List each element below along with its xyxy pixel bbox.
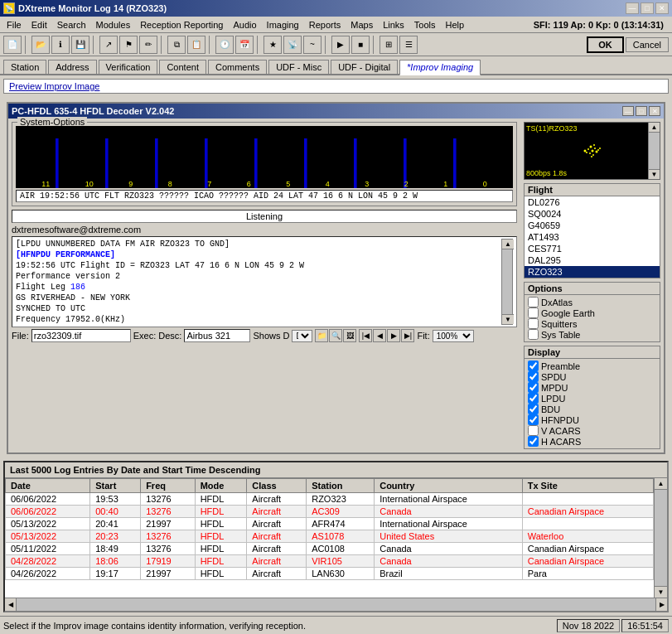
shows-dropdown[interactable]: D [292, 330, 312, 342]
menu-links[interactable]: Links [378, 18, 409, 31]
menu-tools[interactable]: Tools [409, 18, 441, 31]
tb-edit[interactable]: ✏ [139, 36, 157, 54]
tab-verification[interactable]: Verification [99, 60, 158, 74]
disp-lpdu[interactable] [528, 393, 539, 404]
log-hscrollbar[interactable]: ◀ ▶ [5, 598, 667, 611]
ok-button[interactable]: OK [587, 36, 624, 53]
disp-spdu[interactable] [528, 371, 539, 382]
nav-prev[interactable]: ◀ [373, 329, 386, 342]
tab-comments[interactable]: Comments [208, 60, 267, 74]
tb-antenna[interactable]: 📡 [283, 36, 302, 54]
table-row[interactable]: 04/26/2022 19:17 21997 HFDL Aircraft LAN… [6, 568, 654, 580]
table-row[interactable]: 04/28/2022 18:06 17919 HFDL Aircraft VIR… [6, 555, 654, 568]
maximize-button[interactable]: □ [641, 2, 654, 14]
tab-station[interactable]: Station [3, 60, 46, 74]
file-icon-img[interactable]: 🖼 [343, 329, 356, 342]
table-row[interactable]: 06/06/2022 00:40 13276 HFDL Aircraft AC3… [6, 506, 654, 518]
decoder-minimize[interactable]: — [622, 106, 634, 116]
table-row[interactable]: 05/13/2022 20:23 13276 HFDL Aircraft AS1… [6, 530, 654, 543]
col-start: Start [90, 479, 141, 493]
file-icon-folder[interactable]: 📁 [315, 329, 328, 342]
menu-reports[interactable]: Reports [304, 18, 346, 31]
flight-at1493[interactable]: AT1493 [525, 231, 660, 243]
tb-cal[interactable]: 📅 [235, 36, 254, 54]
tb-new[interactable]: 📄 [3, 36, 22, 54]
disp-vacars[interactable] [528, 425, 539, 436]
menu-reception[interactable]: Reception Reporting [135, 18, 228, 31]
tb-open[interactable]: 📂 [31, 36, 50, 54]
thumb-scrollbar[interactable]: ▲ ▼ [648, 123, 660, 179]
thumb-scroll-up[interactable]: ▲ [649, 123, 660, 133]
log-scroll-up[interactable]: ▲ [655, 478, 667, 490]
tb-flag[interactable]: ⚑ [119, 36, 138, 54]
menu-edit[interactable]: Edit [27, 18, 52, 31]
tab-improv-imaging[interactable]: *Improv Imaging [399, 60, 481, 75]
flight-sq0024[interactable]: SQ0024 [525, 208, 660, 220]
close-button[interactable]: ✕ [655, 2, 669, 14]
cancel-button[interactable]: Cancel [626, 37, 669, 52]
tab-udf-digital[interactable]: UDF - Digital [331, 60, 398, 74]
file-icon-zoom[interactable]: 🔍 [329, 329, 342, 342]
minimize-button[interactable]: — [626, 2, 639, 14]
data-scrollbar[interactable]: ▲ ▼ [501, 239, 513, 325]
desc-input[interactable] [184, 329, 250, 342]
table-row[interactable]: 06/06/2022 19:53 13276 HFDL Aircraft RZO… [6, 493, 654, 506]
log-scroll-down[interactable]: ▼ [655, 586, 667, 598]
td-freq: 17919 [141, 555, 195, 568]
tb-stop[interactable]: ■ [351, 36, 370, 54]
flight-dl0276[interactable]: DL0276 [525, 196, 660, 208]
opt-google-check[interactable] [528, 307, 539, 318]
log-table-container[interactable]: Date Start Freq Mode Class Station Count… [5, 478, 654, 598]
tab-address[interactable]: Address [48, 60, 96, 74]
log-scroll-left[interactable]: ◀ [5, 598, 17, 612]
opt-dxatlas-check[interactable] [528, 297, 539, 307]
tb-grid[interactable]: ⊞ [380, 36, 398, 54]
scroll-up[interactable]: ▲ [502, 240, 514, 249]
decoder-close[interactable]: ✕ [649, 106, 660, 116]
menu-modules[interactable]: Modules [91, 18, 136, 31]
flight-ces771[interactable]: CES771 [525, 243, 660, 254]
tb-star[interactable]: ★ [263, 36, 282, 54]
flight-g40659[interactable]: G40659 [525, 220, 660, 231]
menu-help[interactable]: Help [441, 18, 470, 31]
tb-list[interactable]: ☰ [399, 36, 418, 54]
nav-last[interactable]: ▶| [401, 329, 414, 342]
nav-next[interactable]: ▶ [387, 329, 400, 342]
tab-udf-misc[interactable]: UDF - Misc [268, 60, 329, 74]
disp-hfnpdu[interactable] [528, 414, 539, 425]
menu-search[interactable]: Search [52, 18, 91, 31]
tb-paste[interactable]: 📋 [187, 36, 205, 54]
disp-hacars[interactable] [528, 436, 539, 447]
disp-preamble[interactable] [528, 361, 539, 371]
decoder-maximize[interactable]: □ [636, 106, 647, 116]
tb-clock[interactable]: 🕐 [215, 36, 234, 54]
tb-signal[interactable]: ~ [303, 36, 321, 54]
menu-audio[interactable]: Audio [228, 18, 261, 31]
log-scroll-right[interactable]: ▶ [655, 598, 667, 612]
nav-first[interactable]: |◀ [359, 329, 372, 342]
file-input[interactable] [31, 329, 131, 342]
tab-content[interactable]: Content [159, 60, 206, 74]
disp-bdu[interactable] [528, 404, 539, 414]
disp-mpdu[interactable] [528, 382, 539, 393]
opt-squitters-check[interactable] [528, 318, 539, 329]
flight-rzo323[interactable]: RZO323 [525, 266, 660, 278]
svg-point-21 [583, 150, 586, 152]
td-date: 04/26/2022 [6, 568, 90, 580]
thumb-scroll-down[interactable]: ▼ [649, 169, 660, 179]
fit-select[interactable]: 100% 50% 200% [433, 330, 474, 342]
menu-file[interactable]: File [2, 18, 27, 31]
flight-dal295[interactable]: DAL295 [525, 254, 660, 266]
menu-maps[interactable]: Maps [346, 18, 378, 31]
opt-systable-check[interactable] [528, 329, 539, 340]
tb-info[interactable]: ℹ [51, 36, 70, 54]
tb-arrow[interactable]: ↗ [99, 36, 118, 54]
tb-copy[interactable]: ⧉ [167, 36, 186, 54]
table-row[interactable]: 05/11/2022 18:49 13276 HFDL Aircraft AC0… [6, 543, 654, 555]
tb-save[interactable]: 💾 [71, 36, 89, 54]
table-row[interactable]: 05/13/2022 20:41 21997 HFDL Aircraft AFR… [6, 518, 654, 530]
log-scrollbar[interactable]: ▲ ▼ [654, 478, 667, 598]
scroll-down[interactable]: ▼ [502, 314, 514, 324]
menu-imaging[interactable]: Imaging [262, 18, 304, 31]
tb-play[interactable]: ▶ [331, 36, 350, 54]
